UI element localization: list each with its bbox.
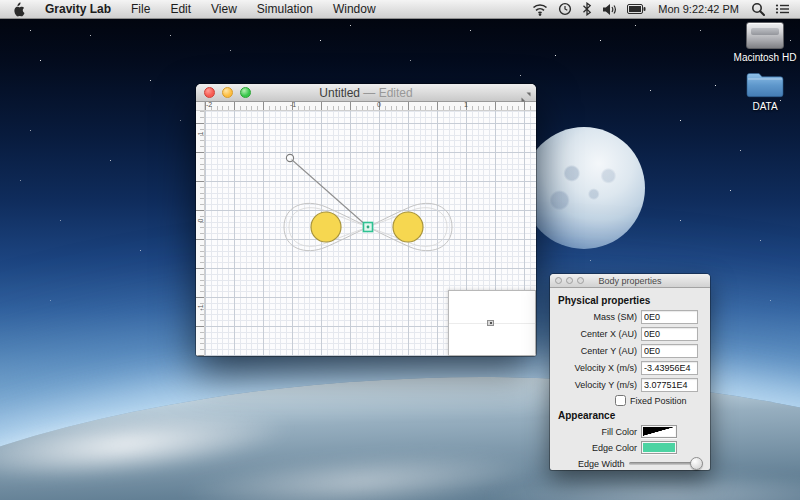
mass-label: Mass (SM) bbox=[557, 312, 641, 322]
simulation-window: Untitled — Edited -2 -1 0 1 1 0 -1 bbox=[196, 84, 536, 356]
slider-knob[interactable] bbox=[690, 457, 703, 470]
overview-minimap[interactable] bbox=[448, 290, 536, 356]
panel-title: Body properties bbox=[550, 276, 710, 286]
center-x-field[interactable] bbox=[641, 327, 698, 341]
ruler-x-label: 0 bbox=[377, 102, 381, 108]
zoom-button[interactable] bbox=[240, 87, 251, 98]
fixed-position-checkbox[interactable] bbox=[615, 395, 626, 406]
window-content: -2 -1 0 1 1 0 -1 bbox=[196, 102, 536, 356]
center-y-label: Center Y (AU) bbox=[557, 346, 641, 356]
edge-width-slider[interactable] bbox=[629, 457, 703, 470]
body-right[interactable] bbox=[393, 212, 423, 242]
spotlight-icon[interactable] bbox=[749, 0, 767, 18]
velocity-x-row: Velocity X (m/s) bbox=[557, 361, 703, 375]
desktop-icon-label: DATA bbox=[729, 101, 800, 112]
edge-color-label: Edge Color bbox=[557, 443, 641, 453]
fill-color-swatch bbox=[643, 427, 675, 436]
physical-properties-header: Physical properties bbox=[558, 295, 703, 306]
volume-icon[interactable] bbox=[600, 0, 619, 18]
ruler-x-label: -1 bbox=[290, 102, 296, 108]
wifi-icon[interactable] bbox=[530, 0, 550, 18]
hard-drive-icon bbox=[746, 22, 784, 49]
mass-field[interactable] bbox=[641, 310, 698, 324]
edge-color-row: Edge Color bbox=[557, 441, 703, 454]
center-y-row: Center Y (AU) bbox=[557, 344, 703, 358]
menu-file[interactable]: File bbox=[121, 0, 160, 18]
center-x-label: Center X (AU) bbox=[557, 329, 641, 339]
velocity-handle[interactable] bbox=[286, 154, 293, 161]
fixed-position-row: Fixed Position bbox=[615, 395, 703, 406]
appearance-header: Appearance bbox=[558, 410, 703, 421]
body-left[interactable] bbox=[311, 212, 341, 242]
close-button[interactable] bbox=[204, 87, 215, 98]
edge-color-swatch bbox=[643, 443, 675, 452]
velocity-x-label: Velocity X (m/s) bbox=[557, 363, 641, 373]
folder-icon bbox=[746, 70, 784, 98]
edge-width-label: Edge Width bbox=[557, 459, 629, 469]
window-edited-suffix: — Edited bbox=[363, 86, 412, 100]
ruler-corner bbox=[196, 102, 205, 111]
moon-image bbox=[523, 127, 645, 249]
center-y-field[interactable] bbox=[641, 344, 698, 358]
velocity-y-row: Velocity Y (m/s) bbox=[557, 378, 703, 392]
ruler-x-label: -2 bbox=[206, 102, 212, 108]
window-titlebar[interactable]: Untitled — Edited bbox=[196, 84, 536, 102]
fill-color-label: Fill Color bbox=[557, 427, 641, 437]
menu-simulation[interactable]: Simulation bbox=[247, 0, 323, 18]
fixed-position-label: Fixed Position bbox=[630, 396, 687, 406]
apple-menu[interactable] bbox=[0, 0, 35, 18]
menu-app-name[interactable]: Gravity Lab bbox=[35, 0, 121, 18]
menu-window[interactable]: Window bbox=[323, 0, 386, 18]
menu-view[interactable]: View bbox=[201, 0, 247, 18]
desktop-icon-label: Macintosh HD bbox=[729, 52, 800, 63]
desktop-icon-data[interactable]: DATA bbox=[729, 70, 800, 112]
body-selected[interactable] bbox=[364, 223, 373, 232]
velocity-x-field[interactable] bbox=[641, 361, 698, 375]
mass-row: Mass (SM) bbox=[557, 310, 703, 324]
minimize-button[interactable] bbox=[222, 87, 233, 98]
desktop-icon-macintosh-hd[interactable]: Macintosh HD bbox=[729, 22, 800, 63]
bluetooth-icon[interactable] bbox=[580, 0, 594, 18]
fill-color-row: Fill Color bbox=[557, 425, 703, 438]
velocity-y-field[interactable] bbox=[641, 378, 698, 392]
battery-icon[interactable] bbox=[625, 0, 648, 18]
center-x-row: Center X (AU) bbox=[557, 327, 703, 341]
menu-bar: Gravity Lab File Edit View Simulation Wi… bbox=[0, 0, 800, 19]
horizontal-ruler: -2 -1 0 1 bbox=[205, 102, 536, 111]
menu-edit[interactable]: Edit bbox=[160, 0, 201, 18]
ruler-y-label: 0 bbox=[197, 216, 204, 225]
ruler-x-label: 1 bbox=[464, 102, 468, 108]
apple-icon bbox=[12, 2, 25, 17]
panel-titlebar[interactable]: Body properties bbox=[550, 274, 710, 288]
time-machine-icon[interactable] bbox=[556, 0, 574, 18]
ruler-y-label: -1 bbox=[197, 303, 204, 312]
minimap-marker bbox=[487, 320, 494, 326]
simulation-canvas[interactable] bbox=[205, 111, 536, 356]
notification-center-icon[interactable] bbox=[773, 0, 792, 18]
velocity-y-label: Velocity Y (m/s) bbox=[557, 380, 641, 390]
edge-color-well[interactable] bbox=[641, 441, 677, 454]
body-properties-panel: Body properties Physical properties Mass… bbox=[550, 274, 710, 470]
ruler-y-label: 1 bbox=[197, 129, 204, 138]
edge-width-row: Edge Width bbox=[557, 457, 703, 470]
fill-color-well[interactable] bbox=[641, 425, 677, 438]
menu-clock[interactable]: Mon 9:22:42 PM bbox=[654, 3, 743, 15]
vertical-ruler: 1 0 -1 bbox=[196, 111, 205, 356]
